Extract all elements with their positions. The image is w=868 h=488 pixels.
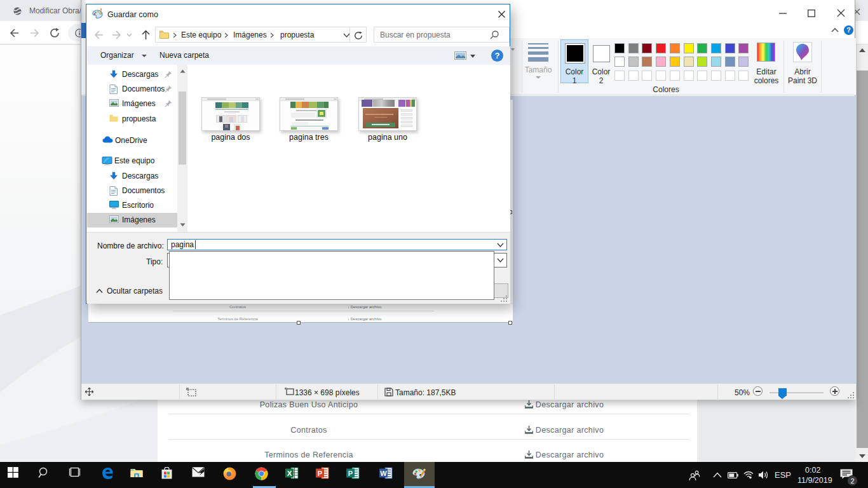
svg-text:P: P	[318, 470, 322, 477]
svg-text:P: P	[348, 470, 353, 477]
svg-text:X: X	[287, 470, 292, 477]
svg-text:W: W	[380, 470, 387, 477]
